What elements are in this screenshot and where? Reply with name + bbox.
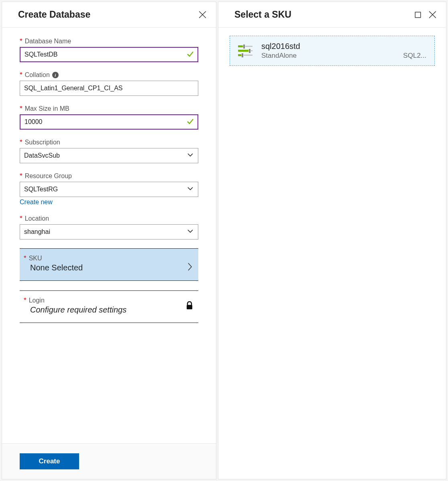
collation-label: Collation — [25, 71, 50, 79]
check-icon — [186, 50, 194, 59]
resource-group-label: Resource Group — [25, 173, 72, 180]
close-icon[interactable] — [429, 11, 436, 18]
left-panel-footer: Create — [2, 443, 216, 479]
create-database-panel: Create Database *Database Name *Collatio… — [2, 2, 216, 479]
create-button[interactable]: Create — [20, 453, 79, 469]
sku-row[interactable]: *SKU None Selected — [20, 248, 198, 281]
location-field: *Location shanghai — [20, 215, 198, 239]
collation-field: *Collation i — [20, 71, 198, 96]
login-row[interactable]: *Login Configure required settings — [20, 290, 198, 323]
location-label: Location — [25, 215, 49, 222]
subscription-field: *Subscription DataSvcSub — [20, 138, 198, 163]
subscription-label: Subscription — [25, 139, 60, 146]
sku-version: SQL2... — [403, 52, 426, 60]
right-panel-header: Select a SKU — [218, 2, 446, 28]
info-icon[interactable]: i — [52, 72, 59, 78]
create-new-link[interactable]: Create new — [20, 199, 53, 206]
sku-label: SKU — [29, 255, 42, 262]
max-size-field: *Max Size in MB — [20, 105, 198, 130]
check-icon — [186, 117, 194, 127]
sku-type: StandAlone — [261, 52, 297, 60]
close-icon[interactable] — [199, 11, 206, 18]
database-name-field: *Database Name — [20, 37, 198, 62]
database-name-label: Database Name — [25, 38, 71, 45]
svg-rect-0 — [187, 305, 192, 309]
restore-window-icon[interactable] — [414, 11, 422, 18]
left-panel-title: Create Database — [18, 9, 90, 20]
resource-group-field: *Resource Group SQLTestRG Create new — [20, 172, 198, 206]
max-size-input[interactable] — [20, 114, 198, 130]
left-panel-header: Create Database — [2, 2, 216, 28]
resource-group-select[interactable]: SQLTestRG — [20, 182, 198, 197]
sku-card[interactable]: sql2016std StandAlone SQL2... — [230, 36, 435, 66]
login-label: Login — [29, 297, 45, 304]
subscription-value: DataSvcSub — [24, 152, 60, 159]
collation-input[interactable] — [20, 81, 198, 96]
max-size-label: Max Size in MB — [25, 105, 69, 112]
svg-rect-1 — [415, 12, 421, 18]
resource-group-value: SQLTestRG — [24, 186, 58, 193]
sku-card-text: sql2016std StandAlone SQL2... — [261, 42, 426, 60]
right-panel-title: Select a SKU — [234, 9, 291, 20]
location-select[interactable]: shanghai — [20, 224, 198, 239]
lock-icon — [185, 301, 193, 312]
subscription-select[interactable]: DataSvcSub — [20, 148, 198, 163]
sku-value: None Selected — [30, 263, 191, 272]
left-panel-body: *Database Name *Collation i *Max Size in… — [2, 28, 216, 443]
chevron-right-icon — [187, 262, 193, 273]
select-sku-panel: Select a SKU sql2016std StandAlone SQL2.… — [218, 2, 446, 479]
database-name-input[interactable] — [20, 47, 198, 62]
sku-name: sql2016std — [261, 42, 426, 51]
sliders-icon — [238, 45, 253, 57]
location-value: shanghai — [24, 228, 50, 235]
right-panel-body: sql2016std StandAlone SQL2... — [218, 28, 446, 479]
login-value: Configure required settings — [30, 305, 191, 315]
